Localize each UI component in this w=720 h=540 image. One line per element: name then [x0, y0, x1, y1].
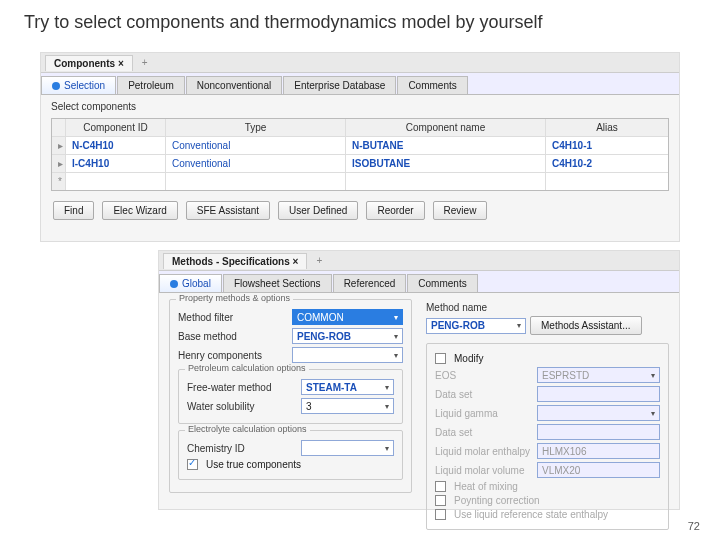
true-components-checkbox[interactable]	[187, 459, 198, 470]
liquid-gamma-combo: ▾	[537, 405, 660, 421]
tab-label: Selection	[64, 80, 105, 91]
cell-name[interactable]: ISOBUTANE	[346, 155, 546, 172]
dataset-spinner	[537, 386, 660, 402]
table-row[interactable]: ▸ I-C4H10 Conventional ISOBUTANE C4H10-2	[52, 155, 668, 173]
freewater-label: Free-water method	[187, 382, 297, 393]
watersol-combo[interactable]: 3▾	[301, 398, 394, 414]
doc-tab-row: Methods - Specifications × +	[159, 251, 679, 271]
tab-global[interactable]: Global	[159, 274, 222, 292]
eos-combo: ESPRSTD▾	[537, 367, 660, 383]
tab-selection[interactable]: Selection	[41, 76, 116, 94]
dataset2-spinner	[537, 424, 660, 440]
chevron-down-icon: ▾	[385, 402, 389, 411]
chevron-down-icon: ▾	[385, 383, 389, 392]
liq-ref-label: Use liquid reference state enthalpy	[454, 509, 608, 520]
tab-label: Global	[182, 278, 211, 289]
base-method-label: Base method	[178, 331, 288, 342]
sfe-assistant-button[interactable]: SFE Assistant	[186, 201, 270, 220]
col-component-id[interactable]: Component ID	[66, 119, 166, 136]
method-name-combo[interactable]: PENG-ROB▾	[426, 318, 526, 334]
tab-referenced[interactable]: Referenced	[333, 274, 407, 292]
doc-tab-methods[interactable]: Methods - Specifications ×	[163, 253, 307, 269]
find-button[interactable]: Find	[53, 201, 94, 220]
tab-comments[interactable]: Comments	[407, 274, 477, 292]
petroleum-group: Petroleum calculation options Free-water…	[178, 369, 403, 424]
freewater-combo[interactable]: STEAM-TA▾	[301, 379, 394, 395]
review-button[interactable]: Review	[433, 201, 488, 220]
liq-volume-combo: VLMX20	[537, 462, 660, 478]
table-row[interactable]: ▸ N-C4H10 Conventional N-BUTANE C4H10-1	[52, 137, 668, 155]
sheet-tabs: Selection Petroleum Nonconventional Ente…	[41, 73, 679, 95]
globe-icon	[170, 280, 178, 288]
doc-tab-components[interactable]: Components ×	[45, 55, 133, 71]
cell-name[interactable]: N-BUTANE	[346, 137, 546, 154]
henry-label: Henry components	[178, 350, 288, 361]
tab-flowsheet-sections[interactable]: Flowsheet Sections	[223, 274, 332, 292]
tab-petroleum[interactable]: Petroleum	[117, 76, 185, 94]
button-row: Find Elec Wizard SFE Assistant User Defi…	[41, 191, 679, 230]
components-grid: Component ID Type Component name Alias ▸…	[51, 118, 669, 191]
chevron-down-icon: ▾	[651, 409, 655, 418]
method-filter-combo[interactable]: COMMON▾	[292, 309, 403, 325]
poynting-checkbox	[435, 495, 446, 506]
sheet-tabs: Global Flowsheet Sections Referenced Com…	[159, 271, 679, 293]
page-number: 72	[688, 520, 700, 532]
tab-nonconventional[interactable]: Nonconventional	[186, 76, 283, 94]
table-row-empty[interactable]: *	[52, 173, 668, 190]
cell-id[interactable]: I-C4H10	[66, 155, 166, 172]
liq-volume-label: Liquid molar volume	[435, 465, 533, 476]
tab-enterprise-db[interactable]: Enterprise Database	[283, 76, 396, 94]
doc-tab-row: Components × +	[41, 53, 679, 73]
tab-comments[interactable]: Comments	[397, 76, 467, 94]
chemistry-id-label: Chemistry ID	[187, 443, 297, 454]
methods-assistant-button[interactable]: Methods Assistant...	[530, 316, 642, 335]
cell-alias[interactable]: C4H10-1	[546, 137, 668, 154]
liquid-gamma-label: Liquid gamma	[435, 408, 533, 419]
group-legend: Property methods & options	[176, 293, 293, 303]
row-handle-icon[interactable]: ▸	[52, 137, 66, 154]
add-tab-icon[interactable]: +	[137, 57, 153, 68]
reorder-button[interactable]: Reorder	[366, 201, 424, 220]
heat-mixing-checkbox	[435, 481, 446, 492]
user-defined-button[interactable]: User Defined	[278, 201, 358, 220]
add-tab-icon[interactable]: +	[311, 255, 327, 266]
col-alias[interactable]: Alias	[546, 119, 668, 136]
cell-type[interactable]: Conventional	[166, 137, 346, 154]
liq-ref-checkbox	[435, 509, 446, 520]
liq-enthalpy-label: Liquid molar enthalpy	[435, 446, 533, 457]
chevron-down-icon: ▾	[385, 444, 389, 453]
group-legend: Petroleum calculation options	[185, 363, 309, 373]
method-name-label: Method name	[426, 302, 524, 313]
electrolyte-group: Electrolyte calculation options Chemistr…	[178, 430, 403, 480]
grid-header: Component ID Type Component name Alias	[52, 119, 668, 137]
elec-wizard-button[interactable]: Elec Wizard	[102, 201, 177, 220]
cell-type[interactable]: Conventional	[166, 155, 346, 172]
dataset-label: Data set	[435, 389, 533, 400]
modify-checkbox[interactable]	[435, 353, 446, 364]
row-handle-icon[interactable]: *	[52, 173, 66, 190]
henry-combo[interactable]: ▾	[292, 347, 403, 363]
base-method-combo[interactable]: PENG-ROB▾	[292, 328, 403, 344]
true-components-label: Use true components	[206, 459, 301, 470]
col-component-name[interactable]: Component name	[346, 119, 546, 136]
chevron-down-icon: ▾	[394, 332, 398, 341]
globe-icon	[52, 82, 60, 90]
cell-id[interactable]: N-C4H10	[66, 137, 166, 154]
group-legend: Electrolyte calculation options	[185, 424, 310, 434]
chemistry-id-combo[interactable]: ▾	[301, 440, 394, 456]
chevron-down-icon: ▾	[517, 321, 521, 330]
method-filter-label: Method filter	[178, 312, 288, 323]
components-panel: Components × + Selection Petroleum Nonco…	[40, 52, 680, 242]
col-type[interactable]: Type	[166, 119, 346, 136]
liq-enthalpy-combo: HLMX106	[537, 443, 660, 459]
row-handle-icon[interactable]: ▸	[52, 155, 66, 172]
modify-label: Modify	[454, 353, 483, 364]
cell-alias[interactable]: C4H10-2	[546, 155, 668, 172]
page-title: Try to select components and thermodynam…	[0, 0, 720, 41]
section-label: Select components	[41, 95, 679, 118]
poynting-label: Poynting correction	[454, 495, 540, 506]
chevron-down-icon: ▾	[394, 351, 398, 360]
eos-label: EOS	[435, 370, 533, 381]
chevron-down-icon: ▾	[651, 371, 655, 380]
modify-group: Modify EOS ESPRSTD▾ Data set Liquid gamm…	[426, 343, 669, 530]
